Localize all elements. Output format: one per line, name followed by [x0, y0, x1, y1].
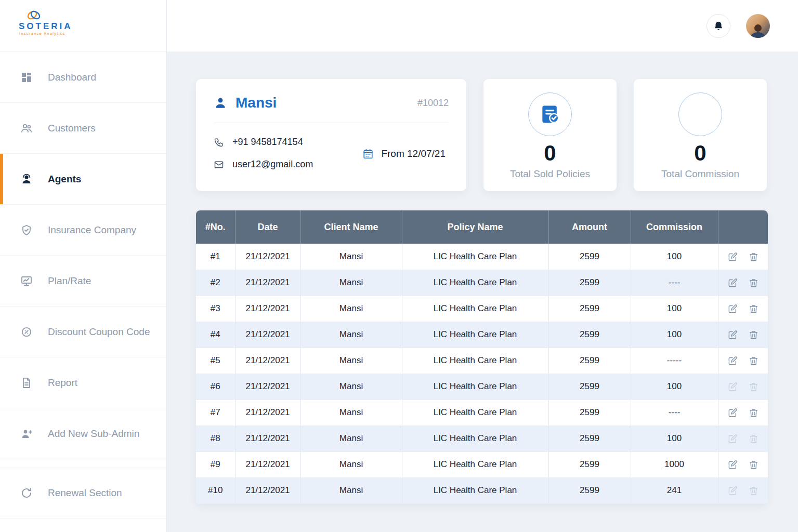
table-row: #3 21/12/2021 Mansi LIC Health Care Plan… — [196, 296, 768, 322]
table-row: #10 21/12/2021 Mansi LIC Health Care Pla… — [196, 477, 768, 503]
client-name-cell: Mansi — [300, 322, 402, 348]
header-date: Date — [235, 210, 300, 244]
insurance-company-icon — [20, 223, 33, 237]
edit-button[interactable] — [724, 382, 742, 392]
edit-icon — [728, 434, 738, 444]
notification-bell-button[interactable] — [707, 14, 730, 38]
actions-cell — [718, 400, 768, 425]
edit-icon — [728, 304, 738, 314]
date-cell: 21/12/2021 — [235, 348, 300, 374]
delete-button[interactable] — [744, 460, 763, 470]
date-cell: 21/12/2021 — [235, 451, 300, 477]
row-number-cell: #9 — [196, 451, 235, 477]
edit-icon — [728, 460, 738, 470]
amount-cell: 2599 — [548, 322, 631, 348]
agent-contact-info: +91 9458174154 user12@gmail.com From 12/… — [214, 137, 449, 170]
agents-icon — [20, 172, 33, 186]
table-row: #6 21/12/2021 Mansi LIC Health Care Plan… — [196, 374, 768, 400]
sidebar-item-add-new-sub-admin[interactable]: Add New Sub-Admin — [0, 408, 166, 459]
sidebar-item-label: Insurance Company — [48, 224, 136, 236]
amount-cell: 2599 — [548, 425, 631, 451]
sidebar-item-plan-rate[interactable]: Plan/Rate — [0, 256, 166, 307]
delete-button[interactable] — [744, 330, 763, 340]
policies-table: #No. Date Client Name Policy Name Amount… — [196, 210, 768, 504]
customers-icon — [20, 122, 33, 135]
policies-table-body: #1 21/12/2021 Mansi LIC Health Care Plan… — [196, 244, 768, 503]
edit-icon — [728, 408, 738, 418]
brand-name: SOTERIA — [19, 22, 166, 32]
edit-button[interactable] — [724, 486, 742, 496]
policy-name-cell: LIC Health Care Plan — [402, 270, 548, 296]
commission-cell: ---- — [631, 400, 718, 425]
table-row: #9 21/12/2021 Mansi LIC Health Care Plan… — [196, 451, 768, 477]
user-avatar[interactable] — [746, 14, 770, 38]
client-name-cell: Mansi — [300, 296, 402, 322]
date-cell: 21/12/2021 — [235, 400, 300, 425]
delete-icon — [749, 278, 758, 288]
edit-button[interactable] — [724, 356, 742, 366]
commission-cell: ----- — [631, 348, 718, 374]
policy-name-cell: LIC Health Care Plan — [402, 425, 548, 451]
header-actions — [718, 210, 768, 244]
delete-button[interactable] — [744, 304, 763, 314]
row-number-cell: #3 — [196, 296, 235, 322]
sidebar-item-dashboard[interactable]: Dashboard — [0, 52, 166, 103]
sidebar-item-report[interactable]: Report — [0, 357, 166, 408]
sidebar-item-label: Agents — [48, 174, 81, 185]
table-row: #2 21/12/2021 Mansi LIC Health Care Plan… — [196, 270, 768, 296]
actions-cell — [718, 374, 768, 400]
delete-button[interactable] — [744, 382, 763, 392]
edit-button[interactable] — [724, 330, 742, 340]
date-cell: 21/12/2021 — [235, 322, 300, 348]
policy-name-cell: LIC Health Care Plan — [402, 244, 548, 270]
actions-cell — [718, 296, 768, 322]
delete-button[interactable] — [744, 434, 763, 444]
sidebar-item-insurance-company[interactable]: Insurance Company — [0, 205, 166, 256]
actions-cell — [718, 425, 768, 451]
delete-button[interactable] — [744, 408, 763, 418]
delete-icon — [749, 486, 758, 496]
empty-circle-icon — [678, 92, 722, 136]
dashboard-icon — [20, 71, 33, 84]
commission-cell: 1000 — [631, 451, 718, 477]
delete-button[interactable] — [744, 278, 763, 288]
sidebar-item-discount-coupon-code[interactable]: Discount Coupon Code — [0, 307, 166, 357]
date-cell: 21/12/2021 — [235, 244, 300, 270]
delete-button[interactable] — [744, 356, 763, 366]
sidebar-item-renewal-section[interactable]: Renewal Section — [0, 468, 166, 518]
edit-button[interactable] — [724, 278, 742, 288]
edit-icon — [728, 356, 738, 366]
edit-button[interactable] — [724, 252, 742, 262]
agent-header: Mansi #10012 — [214, 95, 449, 123]
row-number-cell: #1 — [196, 244, 235, 270]
table-row: #4 21/12/2021 Mansi LIC Health Care Plan… — [196, 322, 768, 348]
delete-button[interactable] — [744, 486, 763, 496]
summary-cards-row: Mansi #10012 +91 9458174154 user12@gmail… — [196, 79, 798, 191]
policy-name-cell: LIC Health Care Plan — [402, 400, 548, 425]
amount-cell: 2599 — [548, 451, 631, 477]
total-commission-value: 0 — [694, 141, 706, 165]
sidebar-item-agents[interactable]: Agents — [0, 154, 166, 205]
edit-button[interactable] — [724, 460, 742, 470]
sidebar-item-customers[interactable]: Customers — [0, 103, 166, 154]
commission-cell: ---- — [631, 270, 718, 296]
edit-icon — [728, 278, 738, 288]
amount-cell: 2599 — [548, 296, 631, 322]
phone-icon — [214, 137, 224, 148]
edit-button[interactable] — [724, 434, 742, 444]
amount-cell: 2599 — [548, 400, 631, 425]
sidebar-nav: Dashboard Customers Agents Insurance Com… — [0, 52, 166, 518]
sidebar-item-label: Renewal Section — [48, 487, 122, 499]
date-cell: 21/12/2021 — [235, 270, 300, 296]
delete-button[interactable] — [744, 252, 763, 262]
row-number-cell: #4 — [196, 322, 235, 348]
avatar-person-icon — [749, 22, 767, 38]
main-area: Mansi #10012 +91 9458174154 user12@gmail… — [167, 0, 798, 532]
delete-icon — [749, 330, 758, 340]
total-commission-label: Total Commission — [661, 168, 739, 180]
commission-cell: 100 — [631, 374, 718, 400]
edit-button[interactable] — [724, 304, 742, 314]
person-icon — [214, 96, 227, 110]
agent-phone: +91 9458174154 — [232, 137, 303, 148]
edit-button[interactable] — [724, 408, 742, 418]
